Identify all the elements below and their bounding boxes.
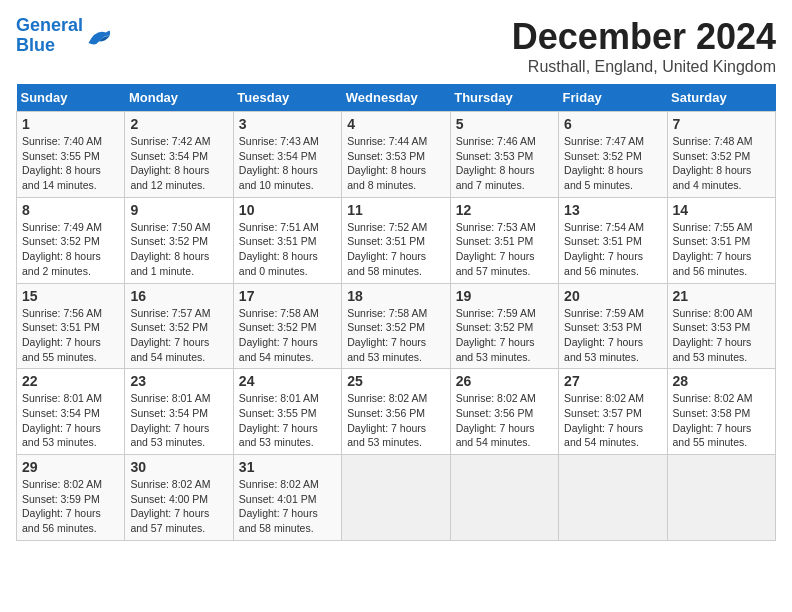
day-info: Sunrise: 7:58 AMSunset: 3:52 PMDaylight:…: [239, 307, 319, 363]
day-info: Sunrise: 7:50 AMSunset: 3:52 PMDaylight:…: [130, 221, 210, 277]
day-info: Sunrise: 8:01 AMSunset: 3:54 PMDaylight:…: [22, 392, 102, 448]
day-number: 11: [347, 202, 444, 218]
day-number: 27: [564, 373, 661, 389]
calendar-week-3: 22 Sunrise: 8:01 AMSunset: 3:54 PMDaylig…: [17, 369, 776, 455]
location: Rusthall, England, United Kingdom: [512, 58, 776, 76]
day-info: Sunrise: 8:02 AMSunset: 4:00 PMDaylight:…: [130, 478, 210, 534]
day-info: Sunrise: 7:55 AMSunset: 3:51 PMDaylight:…: [673, 221, 753, 277]
calendar-cell: 15 Sunrise: 7:56 AMSunset: 3:51 PMDaylig…: [17, 283, 125, 369]
day-number: 3: [239, 116, 336, 132]
day-info: Sunrise: 8:02 AMSunset: 3:58 PMDaylight:…: [673, 392, 753, 448]
day-number: 8: [22, 202, 119, 218]
calendar-cell: 12 Sunrise: 7:53 AMSunset: 3:51 PMDaylig…: [450, 197, 558, 283]
calendar-cell: 7 Sunrise: 7:48 AMSunset: 3:52 PMDayligh…: [667, 112, 775, 198]
calendar-cell: 29 Sunrise: 8:02 AMSunset: 3:59 PMDaylig…: [17, 455, 125, 541]
calendar-cell: 19 Sunrise: 7:59 AMSunset: 3:52 PMDaylig…: [450, 283, 558, 369]
day-number: 2: [130, 116, 227, 132]
day-number: 18: [347, 288, 444, 304]
col-thursday: Thursday: [450, 84, 558, 112]
calendar-table: Sunday Monday Tuesday Wednesday Thursday…: [16, 84, 776, 541]
calendar-cell: 13 Sunrise: 7:54 AMSunset: 3:51 PMDaylig…: [559, 197, 667, 283]
day-info: Sunrise: 7:57 AMSunset: 3:52 PMDaylight:…: [130, 307, 210, 363]
calendar-cell: [559, 455, 667, 541]
calendar-cell: 22 Sunrise: 8:01 AMSunset: 3:54 PMDaylig…: [17, 369, 125, 455]
calendar-cell: 5 Sunrise: 7:46 AMSunset: 3:53 PMDayligh…: [450, 112, 558, 198]
day-info: Sunrise: 7:59 AMSunset: 3:53 PMDaylight:…: [564, 307, 644, 363]
day-number: 29: [22, 459, 119, 475]
calendar-cell: 27 Sunrise: 8:02 AMSunset: 3:57 PMDaylig…: [559, 369, 667, 455]
col-monday: Monday: [125, 84, 233, 112]
col-sunday: Sunday: [17, 84, 125, 112]
day-info: Sunrise: 7:44 AMSunset: 3:53 PMDaylight:…: [347, 135, 427, 191]
calendar-cell: [342, 455, 450, 541]
calendar-cell: [450, 455, 558, 541]
calendar-cell: 23 Sunrise: 8:01 AMSunset: 3:54 PMDaylig…: [125, 369, 233, 455]
day-info: Sunrise: 7:53 AMSunset: 3:51 PMDaylight:…: [456, 221, 536, 277]
day-number: 5: [456, 116, 553, 132]
calendar-cell: 24 Sunrise: 8:01 AMSunset: 3:55 PMDaylig…: [233, 369, 341, 455]
day-number: 17: [239, 288, 336, 304]
calendar-header: Sunday Monday Tuesday Wednesday Thursday…: [17, 84, 776, 112]
day-number: 1: [22, 116, 119, 132]
day-number: 31: [239, 459, 336, 475]
calendar-cell: 30 Sunrise: 8:02 AMSunset: 4:00 PMDaylig…: [125, 455, 233, 541]
logo-bird-icon: [85, 22, 113, 50]
day-info: Sunrise: 7:40 AMSunset: 3:55 PMDaylight:…: [22, 135, 102, 191]
day-number: 26: [456, 373, 553, 389]
calendar-cell: 14 Sunrise: 7:55 AMSunset: 3:51 PMDaylig…: [667, 197, 775, 283]
day-info: Sunrise: 8:02 AMSunset: 3:56 PMDaylight:…: [456, 392, 536, 448]
month-title: December 2024: [512, 16, 776, 58]
col-tuesday: Tuesday: [233, 84, 341, 112]
day-number: 21: [673, 288, 770, 304]
logo-general: General: [16, 15, 83, 35]
page-header: General Blue December 2024 Rusthall, Eng…: [16, 16, 776, 76]
day-number: 19: [456, 288, 553, 304]
calendar-cell: 4 Sunrise: 7:44 AMSunset: 3:53 PMDayligh…: [342, 112, 450, 198]
calendar-cell: 18 Sunrise: 7:58 AMSunset: 3:52 PMDaylig…: [342, 283, 450, 369]
day-info: Sunrise: 8:02 AMSunset: 3:56 PMDaylight:…: [347, 392, 427, 448]
calendar-cell: 2 Sunrise: 7:42 AMSunset: 3:54 PMDayligh…: [125, 112, 233, 198]
col-wednesday: Wednesday: [342, 84, 450, 112]
calendar-week-1: 8 Sunrise: 7:49 AMSunset: 3:52 PMDayligh…: [17, 197, 776, 283]
day-info: Sunrise: 7:56 AMSunset: 3:51 PMDaylight:…: [22, 307, 102, 363]
col-friday: Friday: [559, 84, 667, 112]
day-number: 7: [673, 116, 770, 132]
day-info: Sunrise: 7:47 AMSunset: 3:52 PMDaylight:…: [564, 135, 644, 191]
calendar-cell: 16 Sunrise: 7:57 AMSunset: 3:52 PMDaylig…: [125, 283, 233, 369]
day-number: 16: [130, 288, 227, 304]
day-number: 23: [130, 373, 227, 389]
calendar-cell: 8 Sunrise: 7:49 AMSunset: 3:52 PMDayligh…: [17, 197, 125, 283]
calendar-cell: 17 Sunrise: 7:58 AMSunset: 3:52 PMDaylig…: [233, 283, 341, 369]
day-info: Sunrise: 8:01 AMSunset: 3:54 PMDaylight:…: [130, 392, 210, 448]
day-info: Sunrise: 7:59 AMSunset: 3:52 PMDaylight:…: [456, 307, 536, 363]
calendar-cell: 6 Sunrise: 7:47 AMSunset: 3:52 PMDayligh…: [559, 112, 667, 198]
col-saturday: Saturday: [667, 84, 775, 112]
day-number: 4: [347, 116, 444, 132]
day-number: 13: [564, 202, 661, 218]
day-number: 12: [456, 202, 553, 218]
day-info: Sunrise: 7:48 AMSunset: 3:52 PMDaylight:…: [673, 135, 753, 191]
calendar-cell: 20 Sunrise: 7:59 AMSunset: 3:53 PMDaylig…: [559, 283, 667, 369]
logo: General Blue: [16, 16, 113, 56]
day-number: 20: [564, 288, 661, 304]
calendar-cell: 10 Sunrise: 7:51 AMSunset: 3:51 PMDaylig…: [233, 197, 341, 283]
calendar-cell: 3 Sunrise: 7:43 AMSunset: 3:54 PMDayligh…: [233, 112, 341, 198]
day-info: Sunrise: 7:46 AMSunset: 3:53 PMDaylight:…: [456, 135, 536, 191]
day-info: Sunrise: 7:42 AMSunset: 3:54 PMDaylight:…: [130, 135, 210, 191]
day-number: 6: [564, 116, 661, 132]
day-info: Sunrise: 7:58 AMSunset: 3:52 PMDaylight:…: [347, 307, 427, 363]
day-number: 28: [673, 373, 770, 389]
day-info: Sunrise: 7:54 AMSunset: 3:51 PMDaylight:…: [564, 221, 644, 277]
calendar-cell: 9 Sunrise: 7:50 AMSunset: 3:52 PMDayligh…: [125, 197, 233, 283]
day-info: Sunrise: 7:43 AMSunset: 3:54 PMDaylight:…: [239, 135, 319, 191]
calendar-cell: 31 Sunrise: 8:02 AMSunset: 4:01 PMDaylig…: [233, 455, 341, 541]
calendar-week-4: 29 Sunrise: 8:02 AMSunset: 3:59 PMDaylig…: [17, 455, 776, 541]
day-number: 22: [22, 373, 119, 389]
header-row: Sunday Monday Tuesday Wednesday Thursday…: [17, 84, 776, 112]
calendar-week-0: 1 Sunrise: 7:40 AMSunset: 3:55 PMDayligh…: [17, 112, 776, 198]
calendar-cell: 1 Sunrise: 7:40 AMSunset: 3:55 PMDayligh…: [17, 112, 125, 198]
day-info: Sunrise: 8:00 AMSunset: 3:53 PMDaylight:…: [673, 307, 753, 363]
calendar-body: 1 Sunrise: 7:40 AMSunset: 3:55 PMDayligh…: [17, 112, 776, 541]
logo-blue: Blue: [16, 35, 55, 55]
day-info: Sunrise: 8:02 AMSunset: 3:59 PMDaylight:…: [22, 478, 102, 534]
